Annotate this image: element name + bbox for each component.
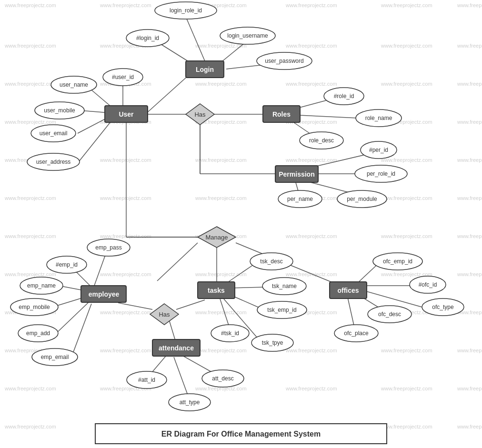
connector-has2-tasks [176,300,205,309]
watermark: www.freep [457,348,482,353]
attr-emp-add-label: emp_add [26,330,50,337]
watermark: www.freeprojectz.com [100,2,151,8]
watermark: www.freeprojectz.com [195,195,247,201]
relationship-has-label: Has [194,111,206,118]
attr-ofc-emp-id-label: ofc_emp_id [383,258,412,265]
watermark: www.freeprojectz.com [285,2,337,8]
attr-emp-name-label: emp_name [27,282,56,289]
attr-att-desc-label: att_desc [212,375,233,382]
watermark: www.freeprojectz.com [4,424,56,429]
diagram-title: ER Diagram For Office Management System [161,430,321,438]
attr-login-username-label: login_username [227,32,268,39]
watermark: www.freep [457,271,482,277]
connector-roles-role-name [299,115,358,118]
attr-per-name-label: per_name [287,196,313,202]
entity-offices-label: offices [337,287,359,294]
attr-tsk-tpye-label: tsk_tpye [262,339,283,346]
watermark: www.freeprojectz.com [285,233,337,239]
watermark: www.freeprojectz.com [195,157,247,163]
connector-manage-employee [157,243,198,281]
watermark: www.freeprojectz.com [285,157,337,163]
watermark: www.freeprojectz.com [4,233,56,239]
watermark: www.freeprojectz.com [4,271,56,277]
watermark: www.freeprojectz.com [195,309,247,315]
attr-ofc-desc-label: ofc_desc [378,311,401,318]
entity-attendance-label: attendance [159,344,194,352]
attr-tsk-id-label: #tsk_id [221,330,239,337]
connector-emp-emp-email [71,304,91,357]
watermark: www.freep [457,386,482,391]
attr-login-role-id-label: login_role_id [170,7,202,14]
attr-emp-id-label: #emp_id [56,261,78,268]
attr-role-id-label: #role_id [334,93,354,100]
relationship-has2-label: Has [159,311,170,318]
connector-tasks-tsk-desc [226,263,256,283]
attr-ofc-place-label: ofc_place [344,330,369,337]
watermark: www.freep [457,157,482,163]
watermark: www.freeprojectz.com [285,81,337,87]
attr-tsk-name-label: tsk_name [272,283,297,289]
watermark: www.freeprojectz.com [100,309,151,315]
connector-emp-has2 [118,303,152,309]
attr-tsk-emp-id-label: tsk_emp_id [267,307,296,313]
watermark: www.freeprojectz.com [381,233,432,239]
watermark: www.freeprojectz.com [381,348,432,353]
watermark: www.freeprojectz.com [285,386,337,391]
watermark: www.freeprojectz.com [100,157,151,163]
watermark: www.freeprojectz.com [195,271,247,277]
watermark: www.freeprojectz.com [381,43,432,49]
watermark: www.freeprojectz.com [285,348,337,353]
entity-permission-label: Permission [279,170,314,178]
watermark: www.freeprojectz.com [285,43,337,49]
watermark: www.freeprojectz.com [4,81,56,87]
attr-user-email-label: user_email [40,130,68,137]
attr-per-module-label: per_module [347,196,377,202]
attr-user-password-label: user_password [265,58,303,64]
watermark: www.freeprojectz.com [195,81,247,87]
watermark: www.freep [457,233,482,239]
watermark: www.freeprojectz.com [381,386,432,391]
attr-per-role-id-label: per_role_id [367,170,395,177]
attr-ofc-type-label: ofc_type [432,304,454,310]
watermark: www.freeprojectz.com [100,271,151,277]
watermark: www.freeprojectz.com [285,271,337,277]
watermark: www.freeprojectz.com [4,195,56,201]
watermark: www.freeprojectz.com [4,43,56,49]
watermark: www.freeprojectz.com [4,119,56,125]
watermark: www.freeprojectz.com [4,2,56,8]
watermark: www.freeprojectz.com [100,233,151,239]
connector-offices-ofc-emp-id [357,263,379,283]
attr-user-name-label: user_name [60,81,88,88]
watermark: www.freeprojectz.com [381,81,432,87]
watermark: www.freep [457,2,482,8]
watermark: www.freep [457,195,482,201]
watermark: www.freeprojectz.com [4,386,56,391]
watermark: www.freeprojectz.com [195,348,247,353]
entity-tasks-label: tasks [208,287,225,294]
attr-role-name-label: role_name [365,115,392,121]
diagram-container: www.freeprojectz.com www.freeprojectz.co… [0,0,482,448]
connector-login-login-role-id [186,17,205,61]
connector-offices-ofc-type [363,290,422,307]
attr-login-id-label: #login_id [136,35,159,41]
watermark: www.freeprojectz.com [381,195,432,201]
attr-user-address-label: user_address [36,159,71,165]
attr-emp-email-label: emp_email [41,354,69,360]
connector-login-user [145,71,193,114]
entity-user-label: User [119,110,134,118]
watermark: www.freeprojectz.com [381,2,432,8]
entity-login-label: Login [196,66,214,73]
connector-user-user-address [79,121,111,162]
attr-ofc-id-label: #ofc_id [419,281,437,288]
entity-roles-label: Roles [272,110,291,118]
watermark: www.freeprojectz.com [100,195,151,201]
attr-user-id-label: #user_id [112,74,134,80]
watermark: www.freep [457,424,482,429]
attr-emp-mobile-label: emp_mobile [19,304,50,310]
connector-emp-emp-add [56,301,90,333]
connector-tasks-tsk-name [230,287,266,288]
watermark: www.freeprojectz.com [381,424,432,429]
relationship-manage-label: Manage [206,234,228,241]
attr-emp-pass-label: emp_pass [95,244,121,251]
attr-att-type-label: att_type [180,399,200,406]
